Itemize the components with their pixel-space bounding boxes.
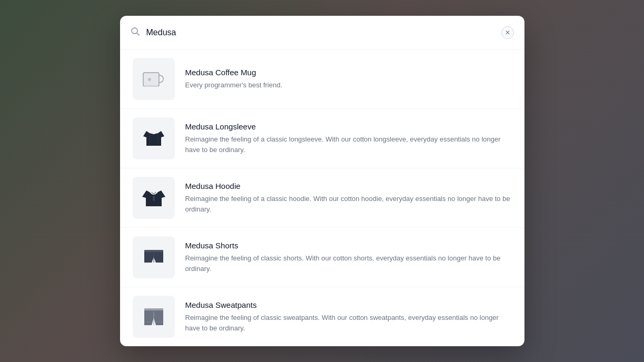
search-input[interactable]: Medusa	[146, 28, 495, 37]
clear-icon: ✕	[505, 29, 510, 36]
product-desc-longsleeve: Reimagine the feeling of a classic longs…	[185, 134, 512, 155]
svg-rect-2	[144, 85, 158, 87]
svg-point-3	[148, 78, 151, 81]
result-item-longsleeve[interactable]: Medusa Longsleeve Reimagine the feeling …	[120, 109, 524, 168]
product-info-shorts: Medusa Shorts Reimagine the feeling of c…	[185, 241, 512, 274]
search-icon	[131, 27, 140, 38]
svg-rect-5	[153, 197, 155, 201]
search-modal: Medusa ✕ Medusa Coffee Mug Ever	[120, 16, 524, 346]
search-bar: Medusa ✕	[120, 16, 524, 49]
product-desc-coffee-mug: Every programmer's best friend.	[185, 80, 512, 91]
product-name-coffee-mug: Medusa Coffee Mug	[185, 68, 512, 77]
product-image-shorts	[133, 236, 175, 278]
result-item-hoodie[interactable]: Medusa Hoodie Reimagine the feeling of a…	[120, 168, 524, 228]
product-info-longsleeve: Medusa Longsleeve Reimagine the feeling …	[185, 122, 512, 155]
product-desc-shorts: Reimagine the feeling of classic shorts.…	[185, 253, 512, 274]
result-item-sweatpants[interactable]: Medusa Sweatpants Reimagine the feeling …	[120, 287, 524, 346]
modal-backdrop: Medusa ✕ Medusa Coffee Mug Ever	[0, 0, 644, 362]
search-results-list: Medusa Coffee Mug Every programmer's bes…	[120, 49, 524, 346]
product-image-longsleeve	[133, 117, 175, 159]
svg-rect-6	[144, 250, 163, 252]
result-item-shorts[interactable]: Medusa Shorts Reimagine the feeling of c…	[120, 228, 524, 287]
product-info-coffee-mug: Medusa Coffee Mug Every programmer's bes…	[185, 68, 512, 91]
product-name-hoodie: Medusa Hoodie	[185, 182, 512, 190]
clear-search-button[interactable]: ✕	[501, 26, 514, 39]
svg-point-0	[132, 28, 137, 34]
result-item-coffee-mug[interactable]: Medusa Coffee Mug Every programmer's bes…	[120, 49, 524, 109]
product-image-hoodie	[133, 177, 175, 219]
product-desc-sweatpants: Reimagine the feeling of classic sweatpa…	[185, 313, 512, 333]
product-info-hoodie: Medusa Hoodie Reimagine the feeling of a…	[185, 182, 512, 214]
product-image-sweatpants	[133, 296, 175, 338]
product-name-longsleeve: Medusa Longsleeve	[185, 122, 512, 131]
svg-rect-8	[144, 308, 163, 310]
product-desc-hoodie: Reimagine the feeling of a classic hoodi…	[185, 194, 512, 214]
product-info-sweatpants: Medusa Sweatpants Reimagine the feeling …	[185, 300, 512, 333]
product-name-shorts: Medusa Shorts	[185, 241, 512, 250]
product-image-coffee-mug	[133, 58, 175, 100]
product-name-sweatpants: Medusa Sweatpants	[185, 300, 512, 309]
